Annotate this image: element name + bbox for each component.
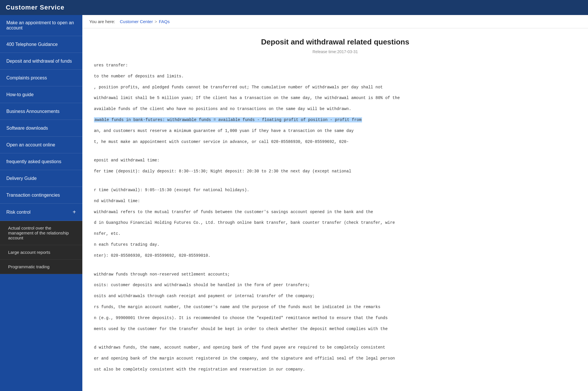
header-bar: Customer Service — [0, 0, 588, 15]
article-line-23: rs funds, the margin account number, the… — [94, 304, 576, 311]
article-line-18: nter): 020-85586930, 020-85599692, 020-8… — [94, 252, 576, 259]
breadcrumb-separator: > — [155, 19, 157, 24]
sidebar-item-transaction-contingencies[interactable]: Transaction contingencies — [0, 187, 82, 204]
breadcrumb-current[interactable]: FAQs — [159, 19, 170, 24]
sidebar-item-how-to-guide[interactable]: How-to guide — [0, 86, 82, 103]
sidebar-item-label: Make an appointment to open an account — [6, 20, 76, 31]
sidebar-item-business-announcements[interactable]: Business Announcements — [0, 103, 82, 120]
sidebar-subitem-programmatic-trading[interactable]: Programmatic trading — [0, 260, 82, 274]
release-date: 2017-03-31 — [337, 49, 358, 54]
sidebar-item-deposit-withdrawal[interactable]: Deposit and withdrawal of funds — [0, 53, 82, 70]
sidebar-item-label: Software downloads — [6, 126, 48, 131]
sidebar-subitem-actual-control[interactable]: Actual control over the management of th… — [0, 221, 82, 245]
article-line-15: d in Guangzhou Financial Holding Futures… — [94, 219, 576, 226]
sidebar-item-software-downloads[interactable]: Software downloads — [0, 120, 82, 137]
sidebar-subitem-large-account[interactable]: Large account reports — [0, 245, 82, 260]
sidebar-item-faq[interactable]: frequently asked questions — [0, 153, 82, 170]
article-line-29: ust also be completely consistent with t… — [94, 366, 576, 373]
article-line-25: ments used by the customer for the trans… — [94, 326, 576, 333]
article-line-3: withdrawal limit shall be 5 million yuan… — [94, 95, 576, 102]
sidebar-item-delivery-guide[interactable]: Delivery Guide — [0, 170, 82, 187]
article-line-24: n (e.g., 99900001 three deposits). It is… — [94, 315, 576, 322]
article-line-14: withdrawal refers to the mutual transfer… — [94, 209, 576, 216]
article-line-4: available funds of the client who have n… — [94, 106, 576, 113]
article-line-10: fer time (deposit): daily deposit: 8:30-… — [94, 168, 576, 175]
sidebar-item-label: Transaction contingencies — [6, 193, 60, 198]
article-line-6: an, and customers must reserve a minimum… — [94, 128, 576, 135]
article-line-9: eposit and withdrawal time: — [94, 157, 576, 164]
sidebar-item-make-appointment[interactable]: Make an appointment to open an account — [0, 15, 82, 36]
release-time-label: Release time: — [312, 49, 337, 54]
article-line-2: , position profits, and pledged funds ca… — [94, 84, 576, 91]
sidebar-item-label: Deposit and withdrawal of funds — [6, 59, 72, 64]
sidebar-item-risk-control[interactable]: Risk control+ — [0, 204, 82, 221]
sidebar-item-label: frequently asked questions — [6, 159, 61, 164]
article-line-22: osits and withdrawals through cash recei… — [94, 293, 576, 300]
article-body: ures transfer:to the number of deposits … — [94, 62, 576, 373]
expand-icon: + — [73, 209, 76, 215]
sidebar-item-label: Business Announcements — [6, 109, 60, 114]
article-title: Deposit and withdrawal related questions — [94, 38, 576, 46]
article-line-12: r time (withdrawal): 9:05--15:30 (except… — [94, 187, 576, 194]
breadcrumb-prefix: You are here: — [89, 19, 115, 24]
article-line-21: osits: customer deposits and withdrawals… — [94, 282, 576, 289]
article-line-5: awable funds in bank-futures: withdrawab… — [94, 117, 576, 124]
article-line-20: withdraw funds through non-reserved sett… — [94, 271, 576, 278]
sidebar-item-label: Complaints process — [6, 75, 47, 81]
sidebar-item-label: How-to guide — [6, 92, 34, 97]
article-line-27: d withdraws funds, the name, account num… — [94, 344, 576, 351]
article-line-16: nsfer, etc. — [94, 230, 576, 237]
header-title: Customer Service — [6, 4, 64, 11]
sidebar-item-label: Delivery Guide — [6, 176, 37, 181]
sidebar-item-label: Open an account online — [6, 142, 55, 148]
article-date: Release time:2017-03-31 — [94, 49, 576, 54]
article-line-17: n each futures trading day. — [94, 241, 576, 248]
article-line-0: ures transfer: — [94, 62, 576, 69]
sidebar-item-telephone-guidance[interactable]: 400 Telephone Guidance — [0, 36, 82, 53]
sidebar-item-label: Risk control — [6, 210, 31, 215]
sidebar: Make an appointment to open an account40… — [0, 15, 82, 391]
highlighted-text: awable funds in bank-futures: withdrawab… — [94, 117, 362, 122]
article-line-1: to the number of deposits and limits. — [94, 73, 576, 80]
breadcrumb-bar: You are here: Customer Center > FAQs — [82, 15, 588, 28]
breadcrumb-home[interactable]: Customer Center — [120, 19, 153, 24]
sidebar-item-label: 400 Telephone Guidance — [6, 42, 58, 47]
article-line-28: er and opening bank of the margin accoun… — [94, 355, 576, 362]
main-content: Deposit and withdrawal related questions… — [82, 28, 588, 391]
sidebar-item-complaints-process[interactable]: Complaints process — [0, 70, 82, 86]
article-line-7: t, he must make an appointment with cust… — [94, 139, 576, 146]
sidebar-item-open-account-online[interactable]: Open an account online — [0, 137, 82, 153]
breadcrumb-sep1 — [117, 19, 118, 24]
article-line-13: nd withdrawal time: — [94, 198, 576, 205]
